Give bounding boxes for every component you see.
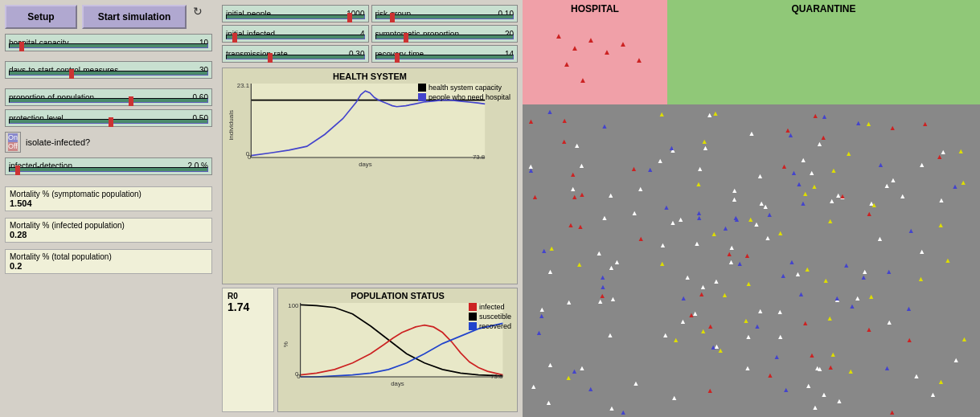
mortality-symptomatic-value: 1.504	[10, 198, 207, 208]
risk-group-slider[interactable]: risk-group 0.10	[371, 5, 519, 22]
person-sim-36: ▲	[889, 177, 896, 184]
person-sim-100: ▲	[918, 161, 925, 169]
days-to-start-handle[interactable]	[69, 69, 74, 79]
person-sim-41: ▲	[608, 405, 615, 412]
person-sim-167: ▲	[632, 380, 639, 387]
top-buttons: Setup Start simulation ↻	[5, 5, 212, 29]
person-sim-157: ▲	[670, 395, 678, 402]
legend-susceptible-label: suscetible	[479, 313, 511, 321]
recovery-time-handle[interactable]	[395, 53, 400, 63]
person-sim-133: ▲	[885, 268, 892, 276]
protection-slider[interactable]: protection-level 0.50	[5, 109, 212, 127]
person-sim-105: ▲	[601, 123, 609, 130]
person-sim-81: ▲	[677, 216, 684, 223]
isolate-toggle-row: On Off isolate-infected?	[5, 132, 212, 153]
initial-infected-handle[interactable]	[232, 33, 237, 43]
hospital-capacity-handle[interactable]	[19, 42, 24, 51]
person-sim-70: ▲	[538, 313, 545, 320]
initial-people-slider[interactable]: initial-people 1000	[222, 5, 369, 22]
person-sim-155: ▲	[899, 193, 906, 200]
proportion-handle[interactable]	[129, 96, 133, 106]
start-simulation-button[interactable]: Start simulation	[82, 5, 187, 29]
person-sim-104: ▲	[929, 391, 937, 399]
mortality-infected-label: Mortality % (infected population)	[10, 221, 207, 230]
legend-hospital-people-label: people who need hospital	[428, 93, 511, 101]
person-sim-61: ▲	[811, 183, 818, 190]
initial-people-handle[interactable]	[347, 13, 352, 22]
person-sim-80: ▲	[565, 374, 572, 382]
transmission-rate-handle[interactable]	[268, 53, 273, 63]
health-chart-legend: health system capacity people who need h…	[418, 84, 511, 103]
svg-text:0: 0	[246, 150, 250, 157]
legend-health-capacity-color	[418, 84, 426, 92]
transmission-rate-slider[interactable]: transmission-rate 0.30	[222, 45, 369, 63]
person-sim-142: ▲	[826, 315, 834, 322]
r0-value: 1.74	[228, 300, 269, 313]
person-sim-111: ▲	[866, 211, 873, 218]
person-sim-112: ▲	[767, 372, 774, 379]
person-sim-7: ▲	[944, 257, 951, 264]
days-to-start-slider[interactable]: days-to-start-control-measures 30	[5, 61, 212, 79]
mortality-total-value: 0.2	[10, 261, 207, 271]
risk-group-track	[375, 14, 515, 19]
person-sim-154: ▲	[742, 317, 749, 325]
health-system-chart: HEALTH SYSTEM 0 73.8 days 23.1 0 individ…	[222, 67, 518, 284]
risk-group-handle[interactable]	[390, 13, 395, 22]
r0-label: R0	[228, 292, 269, 300]
population-chart: POPULATION STATUS 0 73.8 days 100	[277, 288, 518, 412]
legend-infected: infected	[469, 303, 511, 311]
isolate-toggle[interactable]: On Off	[5, 132, 21, 153]
protection-handle[interactable]	[109, 117, 113, 127]
recovery-time-slider[interactable]: recovery-time 14	[371, 45, 519, 63]
person-sim-174: ▲	[712, 278, 720, 285]
person-sim-9: ▲	[826, 218, 834, 225]
person-sim-37: ▲	[596, 250, 603, 257]
person-sim-168: ▲	[744, 365, 752, 372]
person-sim-101: ▲	[795, 181, 802, 188]
person-sim-59: ▲	[773, 354, 781, 361]
quarantine-area: QUARANTINE	[667, 0, 980, 104]
proportion-slider[interactable]: proportion-of-population 0.60	[5, 88, 212, 106]
infected-detection-handle[interactable]	[15, 166, 20, 175]
infected-detection-slider[interactable]: infected-detection 2.0 %	[5, 157, 212, 175]
infected-detection-track	[9, 167, 208, 172]
person-sim-83: ▲	[790, 170, 798, 177]
person-sim-183: ▲	[670, 219, 677, 227]
person-sim-117: ▲	[785, 127, 792, 134]
person-sim-137: ▲	[884, 365, 891, 372]
svg-text:individuals: individuals	[228, 110, 235, 141]
legend-hospital-people-color	[418, 93, 426, 101]
person-sim-148: ▲	[905, 305, 912, 313]
toggle-on-label[interactable]: On	[8, 133, 18, 142]
person-sim-147: ▲	[758, 200, 765, 207]
population-chart-legend: infected suscetible recovered	[469, 303, 511, 332]
toggle-off-label[interactable]: Off	[8, 142, 18, 151]
person-sim-145: ▲	[535, 329, 543, 337]
person-sim-186: ▲	[799, 200, 806, 207]
symptomatic-proportion-handle[interactable]	[404, 33, 408, 43]
person-sim-50: ▲	[717, 347, 724, 354]
person-sim-71: ▲	[777, 309, 784, 316]
legend-health-capacity-label: health system capacity	[428, 84, 502, 92]
symptomatic-proportion-slider[interactable]: symptomatic-proportion 20	[371, 25, 519, 43]
person-sim-188: ▲	[569, 171, 576, 178]
person-sim-32: ▲	[812, 404, 819, 411]
hospital-capacity-track	[9, 43, 208, 48]
initial-infected-track	[226, 35, 365, 39]
protection-track	[9, 119, 208, 124]
initial-infected-slider[interactable]: initial-infected 4	[222, 25, 369, 43]
setup-button[interactable]: Setup	[5, 5, 77, 29]
mortality-total-label: Mortality % (total population)	[10, 252, 207, 261]
person-sim-125: ▲	[565, 299, 572, 306]
person-sim-130: ▲	[888, 409, 896, 416]
refresh-icon[interactable]: ↻	[193, 5, 203, 29]
svg-text:23.1: 23.1	[237, 84, 250, 89]
hospital-capacity-slider[interactable]: hospital-capacity 10	[5, 34, 212, 51]
person-sim-35: ▲	[827, 364, 834, 371]
person-sim-140: ▲	[800, 157, 807, 164]
person-sim-198: ▲	[680, 295, 687, 302]
person-hospital-5: ▲	[563, 60, 571, 68]
person-sim-176: ▲	[601, 215, 609, 222]
person-sim-49: ▲	[721, 292, 728, 299]
svg-text:%: %	[282, 341, 289, 347]
